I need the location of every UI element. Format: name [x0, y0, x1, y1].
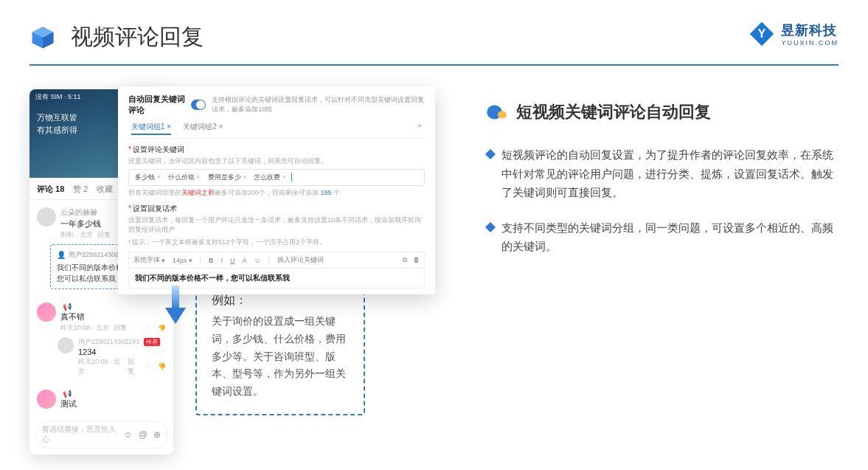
blob-icon — [487, 103, 507, 121]
page-title: 视频评论回复 — [71, 22, 204, 52]
comment-username: 📢 — [60, 390, 166, 398]
input-placeholder: 善语结善缘，恶言伤人心 — [42, 424, 118, 445]
tab-comments[interactable]: 评论 18 — [37, 184, 64, 195]
bullet-text: 支持不同类型的关键词分组，同一类问题，可设置多个相近的、高频的关键词。 — [501, 218, 839, 256]
reply-link[interactable]: 回复 — [114, 323, 127, 333]
comment-text: 测试 — [60, 398, 166, 409]
author-badge: 作者 — [144, 338, 160, 346]
keyword-tag[interactable]: 费用是多少 — [206, 172, 249, 183]
underline-button[interactable]: U — [230, 257, 235, 264]
tab-fav[interactable]: 收藏 — [97, 184, 113, 195]
settings-panel: 自动回复关键词评论 支持根据评论的关键词设置回复话术，可以针对不同类型关键词设置… — [118, 86, 435, 294]
arrow-icon — [162, 286, 189, 327]
comment-item: 📢 真不错 昨天10:08 · 北京 回复 ♡👎 — [37, 298, 166, 385]
example-body: 关于询价的设置成一组关键词，多少钱、什么价格，费用多少等。关于咨询班型、版本、型… — [212, 313, 349, 401]
reply-section-title: 设置回复话术 — [128, 204, 425, 214]
avatar — [37, 303, 56, 322]
video-caption: 万物互联皆 有其感所得 — [37, 111, 77, 136]
page-header: 视频评论回复 — [0, 0, 868, 60]
svg-marker-6 — [165, 308, 186, 324]
insert-keyword-button[interactable]: 插入评论关键词 — [277, 255, 324, 265]
comment-item: 📢 测试 — [37, 385, 166, 415]
svg-text:Y: Y — [758, 27, 766, 40]
tab-group-2[interactable]: 关键词组2 × — [183, 122, 223, 135]
avatar — [58, 337, 74, 353]
keyword-section-desc: 设置关键词，当评论区内容包含了以下关键词，则系统可自动回复。 — [128, 156, 425, 166]
cube-icon — [29, 24, 56, 51]
tab-likes[interactable]: 赞 2 — [73, 184, 88, 195]
tab-group-1[interactable]: 关键词组1 × — [131, 122, 171, 135]
keyword-limit-note: 所有关键词组里的关键词之和最多可添加200个，目前剩余可添加 195 个 — [128, 188, 425, 198]
switch-label: 自动回复关键词评论 — [128, 94, 185, 116]
dislike-icon[interactable]: 👎 — [158, 363, 166, 370]
reply-hint: ! 提示：一个富文本框最多支持512个字符，一个汉字占用2个字符。 — [128, 238, 425, 247]
example-title: 例如： — [212, 293, 349, 308]
brand-logo: Y 昱新科技 YUUXIN.COM — [749, 21, 839, 47]
comment-text: 1234 — [78, 348, 166, 356]
heart-icon[interactable]: ♡ — [145, 363, 150, 370]
comment-input[interactable]: 善语结善缘，恶言伤人心 ☺ @ ⊕ — [35, 421, 167, 449]
avatar — [37, 390, 56, 409]
section-title: 短视频关键词评论自动回复 — [516, 101, 711, 123]
keyword-section-title: 设置评论关键词 — [128, 145, 425, 155]
keyword-tag[interactable]: 什么价格 — [166, 172, 203, 183]
comment-meta: 昨天10:08 · 北京 — [60, 323, 109, 333]
comment-item: 用户2299214302243 作者 1234 昨天10:08 · 北京 回复 … — [58, 333, 166, 381]
logo-text-cn: 昱新科技 — [781, 21, 839, 39]
description-area: 短视频关键词评论自动回复 短视频评论的自动回复设置，为了提升作者的评论回复效率，… — [420, 86, 839, 272]
comment-text: 真不错 — [60, 311, 166, 322]
reply-link[interactable]: 回复 — [97, 230, 111, 240]
avatar — [37, 207, 56, 227]
copy-icon[interactable]: ⧉ — [403, 256, 407, 264]
example-box: 例如： 关于询价的设置成一组关键词，多少钱、什么价格，费用多少等。关于咨询班型、… — [195, 278, 365, 415]
editor-toolbar: 系统字体 ▾ 14px ▾ | B I U A ☺ | 插入评论关键词 ⧉ 🗑 — [128, 252, 425, 269]
color-button[interactable]: A — [242, 257, 246, 264]
keyword-input[interactable]: 多少钱 什么价格 费用是多少 怎么收费 — [128, 169, 425, 186]
switch-desc: 支持根据评论的关键词设置回复话术，可以针对不同类型关键词设置回复话术，最多添加1… — [212, 95, 425, 114]
bullet-text: 短视频评论的自动回复设置，为了提升作者的评论回复效率，在系统中针对常见的评论用户… — [501, 145, 839, 202]
bullet-item: 短视频评论的自动回复设置，为了提升作者的评论回复效率，在系统中针对常见的评论用户… — [487, 145, 839, 202]
add-group-button[interactable]: + — [417, 122, 422, 135]
diamond-icon — [485, 149, 496, 159]
diamond-icon — [485, 221, 496, 232]
bold-button[interactable]: B — [209, 257, 214, 264]
bullet-item: 支持不同类型的关键词分组，同一类问题，可设置多个相近的、高频的关键词。 — [487, 218, 839, 256]
size-select[interactable]: 14px ▾ — [173, 257, 192, 264]
delete-icon[interactable]: 🗑 — [413, 256, 420, 264]
font-select[interactable]: 系统字体 ▾ — [133, 255, 165, 265]
reply-uid: 用户2299214302243 — [78, 337, 139, 347]
logo-text-en: YUUXIN.COM — [781, 39, 839, 46]
keyword-group-tabs: 关键词组1 × 关键词组2 × + — [128, 122, 425, 139]
svg-rect-5 — [172, 286, 179, 309]
section-heading: 短视频关键词评论自动回复 — [487, 101, 839, 123]
person-icon: 👤 — [57, 249, 66, 260]
keyword-tag[interactable]: 多少钱 — [133, 172, 163, 183]
plus-icon[interactable]: ⊕ — [153, 429, 161, 440]
emoji-button[interactable]: ☺ — [254, 257, 260, 264]
comment-username: 📢 — [60, 303, 166, 311]
toggle-switch[interactable] — [191, 100, 206, 110]
italic-button[interactable]: I — [221, 257, 223, 264]
svg-point-8 — [498, 111, 507, 118]
keyword-tag[interactable]: 怎么收费 — [251, 172, 288, 183]
heart-icon[interactable]: ♡ — [145, 325, 150, 332]
text-cursor — [291, 173, 292, 182]
comment-meta: 昨天10:08 · 北京 — [78, 357, 123, 376]
emoji-icon[interactable]: ☺ — [124, 429, 133, 440]
reply-section-desc: 设置回复话术，每回复一个用户评论只发送一条话术，最多支持设置10条不同话术，按添… — [128, 215, 425, 235]
illustration-area: 没有 SIM · 5:11 万物互联皆 有其感所得 评论 18 赞 2 收藏 云… — [29, 86, 420, 272]
logo-icon: Y — [749, 21, 775, 47]
reply-link[interactable]: 回复 — [128, 357, 140, 376]
at-icon[interactable]: @ — [139, 429, 147, 440]
comment-meta: 刚刚 · 北京 — [60, 230, 93, 240]
